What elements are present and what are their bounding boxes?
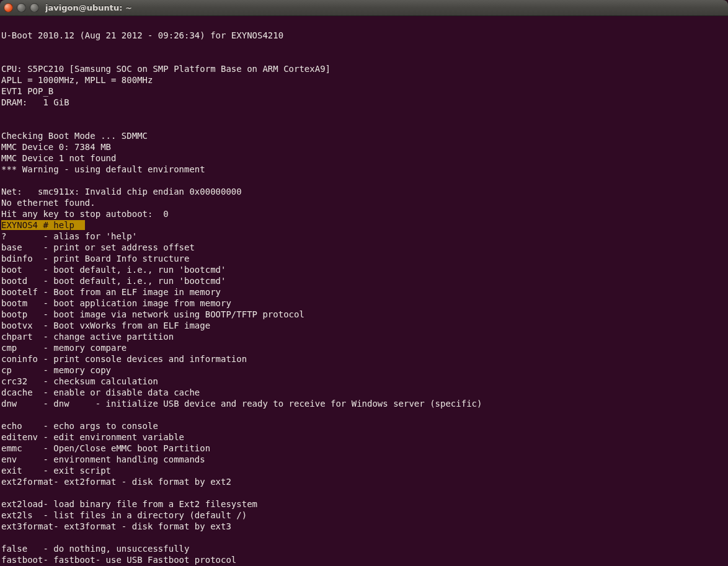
- terminal-line: DRAM: 1 GiB: [1, 97, 727, 108]
- titlebar[interactable]: javigon@ubuntu: ~: [0, 0, 728, 16]
- terminal-line: [1, 175, 727, 186]
- terminal-line: No ethernet found.: [1, 197, 727, 208]
- terminal-line: coninfo - print console devices and info…: [1, 353, 727, 365]
- terminal-line: [1, 52, 727, 63]
- close-icon[interactable]: [4, 3, 13, 12]
- terminal-line: false - do nothing, unsuccessfully: [1, 543, 727, 554]
- terminal-line: bdinfo - print Board Info structure: [1, 253, 727, 264]
- terminal-line: bootvx - Boot vxWorks from an ELF image: [1, 320, 727, 331]
- prompt-highlight: EXYNOS4 # help: [1, 220, 85, 230]
- terminal-line: ext3format- ext3format - disk format by …: [1, 521, 727, 532]
- terminal-line: [1, 41, 727, 52]
- terminal-line: cp - memory copy: [1, 365, 727, 376]
- terminal-line: boot - boot default, i.e., run 'bootcmd': [1, 264, 727, 275]
- terminal-line: bootd - boot default, i.e., run 'bootcmd…: [1, 275, 727, 286]
- terminal-line: ? - alias for 'help': [1, 231, 727, 242]
- terminal-line: U-Boot 2010.12 (Aug 21 2012 - 09:26:34) …: [1, 30, 727, 41]
- terminal-line: emmc - Open/Close eMMC boot Partition: [1, 443, 727, 454]
- terminal-line: *** Warning - using default environment: [1, 164, 727, 175]
- terminal-line: cmp - memory compare: [1, 342, 727, 353]
- terminal-line: dcache - enable or disable data cache: [1, 387, 727, 398]
- terminal-line: bootp - boot image via network using BOO…: [1, 309, 727, 320]
- terminal-line: chpart - change active partition: [1, 331, 727, 342]
- terminal-line: dnw - dnw - initialize USB device and re…: [1, 398, 727, 409]
- terminal-line: Checking Boot Mode ... SDMMC: [1, 130, 727, 141]
- terminal-line: ext2format- ext2format - disk format by …: [1, 476, 727, 487]
- terminal-line: bootelf - Boot from an ELF image in memo…: [1, 286, 727, 298]
- terminal-line: CPU: S5PC210 [Samsung SOC on SMP Platfor…: [1, 63, 727, 74]
- terminal-output[interactable]: U-Boot 2010.12 (Aug 21 2012 - 09:26:34) …: [0, 16, 728, 566]
- window-buttons: [4, 3, 39, 12]
- terminal-window: javigon@ubuntu: ~ U-Boot 2010.12 (Aug 21…: [0, 0, 728, 566]
- terminal-line: [1, 532, 727, 543]
- terminal-line: Hit any key to stop autoboot: 0: [1, 208, 727, 219]
- terminal-line: ext2load- load binary file from a Ext2 f…: [1, 498, 727, 510]
- terminal-line: Net: smc911x: Invalid chip endian 0x0000…: [1, 186, 727, 197]
- maximize-icon[interactable]: [30, 3, 39, 12]
- terminal-line: EVT1 POP_B: [1, 86, 727, 97]
- terminal-line: env - environment handling commands: [1, 454, 727, 465]
- minimize-icon[interactable]: [17, 3, 26, 12]
- terminal-line: [1, 19, 727, 30]
- terminal-line: APLL = 1000MHz, MPLL = 800MHz: [1, 74, 727, 86]
- terminal-line: editenv - edit environment variable: [1, 431, 727, 443]
- terminal-line: crc32 - checksum calculation: [1, 376, 727, 387]
- terminal-line: ext2ls - list files in a directory (defa…: [1, 510, 727, 521]
- terminal-line: fastboot- fastboot- use USB Fastboot pro…: [1, 554, 727, 565]
- terminal-line: bootm - boot application image from memo…: [1, 298, 727, 309]
- terminal-line: echo - echo args to console: [1, 420, 727, 431]
- window-title: javigon@ubuntu: ~: [45, 3, 132, 12]
- terminal-line: [1, 487, 727, 498]
- terminal-line: [1, 108, 727, 119]
- terminal-prompt-line: EXYNOS4 # help: [1, 219, 727, 231]
- terminal-line: MMC Device 0: 7384 MB: [1, 141, 727, 153]
- terminal-line: base - print or set address offset: [1, 242, 727, 253]
- terminal-line: exit - exit script: [1, 465, 727, 476]
- terminal-line: [1, 119, 727, 130]
- terminal-line: MMC Device 1 not found: [1, 153, 727, 164]
- terminal-line: [1, 409, 727, 420]
